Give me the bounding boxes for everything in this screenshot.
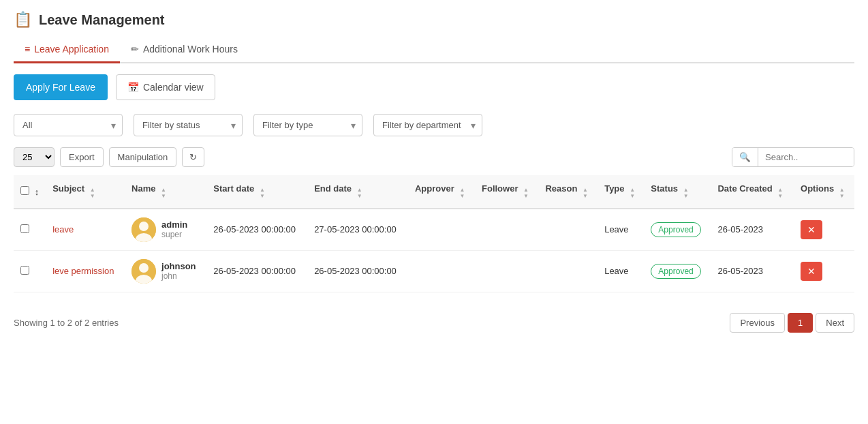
row2-subject: leve permission — [46, 250, 125, 292]
next-button[interactable]: Next — [816, 313, 854, 333]
th-status-label: Status — [651, 183, 678, 194]
calendar-view-button[interactable]: 📅 Calendar view — [116, 74, 215, 100]
row2-delete-button[interactable]: ✕ — [801, 262, 822, 281]
th-options-sort[interactable]: ▲▼ — [839, 187, 845, 200]
row1-name: admin super — [125, 209, 206, 251]
row2-subject-text: leve permission — [52, 266, 114, 276]
export-button[interactable]: Export — [60, 147, 104, 167]
row2-checkbox-cell — [14, 250, 46, 292]
sort-icon: ↕ — [35, 187, 40, 197]
row2-name-secondary: john — [161, 271, 196, 281]
row2-user-name: johnson john — [161, 261, 196, 281]
row2-follower — [475, 250, 538, 292]
row1-avatar — [131, 217, 156, 242]
page-title: Leave Management — [39, 12, 165, 28]
row2-status: Approved — [644, 250, 711, 292]
calendar-icon: 📅 — [127, 82, 139, 93]
row1-follower — [475, 209, 538, 251]
th-end-date-sort[interactable]: ▲▼ — [357, 187, 362, 200]
row2-status-badge: Approved — [651, 264, 700, 279]
type-filter-select[interactable]: Filter by type — [253, 114, 362, 136]
tab-leave-application[interactable]: ≡ Leave Application — [14, 37, 120, 63]
pagination-row: Showing 1 to 2 of 2 entries Previous 1 N… — [14, 306, 854, 333]
apply-for-leave-button[interactable]: Apply For Leave — [14, 74, 108, 100]
th-name: Name ▲▼ — [125, 175, 206, 209]
search-icon: 🔍 — [739, 152, 751, 162]
svg-point-4 — [139, 263, 149, 273]
row1-checkbox[interactable] — [20, 224, 29, 233]
row1-status-badge: Approved — [651, 222, 700, 237]
th-reason: Reason ▲▼ — [538, 175, 598, 209]
previous-button[interactable]: Previous — [730, 313, 785, 333]
page-1-button[interactable]: 1 — [788, 313, 813, 333]
th-reason-label: Reason — [545, 183, 577, 194]
th-subject-sort[interactable]: ▲▼ — [90, 187, 95, 200]
row1-subject-text: leave — [52, 224, 74, 234]
per-page-select[interactable]: 25 50 100 — [14, 147, 55, 167]
th-reason-sort[interactable]: ▲▼ — [583, 187, 588, 200]
row1-reason — [538, 209, 598, 251]
row2-name: johnson john — [125, 250, 206, 292]
page-header: 📋 Leave Management — [14, 11, 854, 29]
th-checkbox: ↕ — [14, 175, 46, 209]
row1-name-secondary: super — [161, 230, 187, 239]
manipulation-button[interactable]: Manipulation — [109, 147, 177, 167]
row1-end-date: 27-05-2023 00:00:00 — [307, 209, 408, 251]
search-input[interactable] — [758, 148, 854, 166]
th-name-label: Name — [131, 183, 155, 194]
row2-reason — [538, 250, 598, 292]
row2-checkbox[interactable] — [20, 266, 29, 275]
row1-delete-button[interactable]: ✕ — [801, 220, 822, 239]
th-status-sort[interactable]: ▲▼ — [683, 187, 689, 200]
tab-leave-application-label: Leave Application — [34, 44, 109, 55]
refresh-icon: ↻ — [189, 152, 197, 162]
th-follower: Follower ▲▼ — [475, 175, 538, 209]
action-bar: Apply For Leave 📅 Calendar view — [14, 74, 854, 100]
row2-options: ✕ — [794, 250, 854, 292]
leave-table: ↕ Subject ▲▼ Name ▲▼ Start date ▲▼ — [14, 175, 854, 292]
th-status: Status ▲▼ — [644, 175, 711, 209]
th-follower-sort[interactable]: ▲▼ — [523, 187, 529, 200]
th-name-sort[interactable]: ▲▼ — [161, 187, 166, 200]
row2-user-cell: johnson john — [131, 259, 200, 284]
tab-additional-work-hours[interactable]: ✏ Additional Work Hours — [120, 37, 249, 63]
page-wrapper: 📋 Leave Management ≡ Leave Application ✏… — [0, 0, 868, 424]
select-all-checkbox[interactable] — [20, 186, 29, 195]
row1-start-date: 26-05-2023 00:00:00 — [206, 209, 307, 251]
row2-type: Leave — [598, 250, 644, 292]
row1-type: Leave — [598, 209, 644, 251]
status-filter-select[interactable]: Filter by status — [134, 114, 243, 136]
row2-end-date: 26-05-2023 00:00:00 — [307, 250, 408, 292]
row2-date-created: 26-05-2023 — [711, 250, 794, 292]
row1-checkbox-cell — [14, 209, 46, 251]
th-options: Options ▲▼ — [794, 175, 854, 209]
row1-name-primary: admin — [161, 219, 187, 230]
table-body: leave admin — [14, 209, 854, 292]
th-start-date: Start date ▲▼ — [206, 175, 307, 209]
th-approver-sort[interactable]: ▲▼ — [459, 187, 465, 200]
th-date-created-sort[interactable]: ▲▼ — [777, 187, 783, 200]
tab-bar: ≡ Leave Application ✏ Additional Work Ho… — [14, 37, 854, 63]
th-end-date-label: End date — [314, 183, 352, 194]
toolbar-row: 25 50 100 Export Manipulation ↻ 🔍 — [14, 147, 854, 167]
row1-subject: leave — [46, 209, 125, 251]
row2-approver — [408, 250, 475, 292]
th-type-sort[interactable]: ▲▼ — [630, 187, 635, 200]
th-date-created: Date Created ▲▼ — [711, 175, 794, 209]
table-row: leave admin — [14, 209, 854, 251]
search-icon-button[interactable]: 🔍 — [732, 148, 758, 166]
th-type-label: Type — [604, 183, 624, 194]
calendar-view-label: Calendar view — [143, 82, 204, 93]
all-filter-select[interactable]: All — [14, 114, 123, 136]
row1-status: Approved — [644, 209, 711, 251]
th-start-date-sort[interactable]: ▲▼ — [260, 187, 265, 200]
tab-additional-work-hours-icon: ✏ — [131, 44, 139, 55]
th-type: Type ▲▼ — [598, 175, 644, 209]
row2-start-date: 26-05-2023 00:00:00 — [206, 250, 307, 292]
page-icon: 📋 — [14, 11, 32, 29]
status-filter-wrapper: Filter by status — [134, 114, 243, 136]
th-subject: Subject ▲▼ — [46, 175, 125, 209]
department-filter-select[interactable]: Filter by department — [373, 114, 482, 136]
refresh-button[interactable]: ↻ — [182, 147, 204, 167]
search-container: 🔍 — [732, 147, 854, 167]
